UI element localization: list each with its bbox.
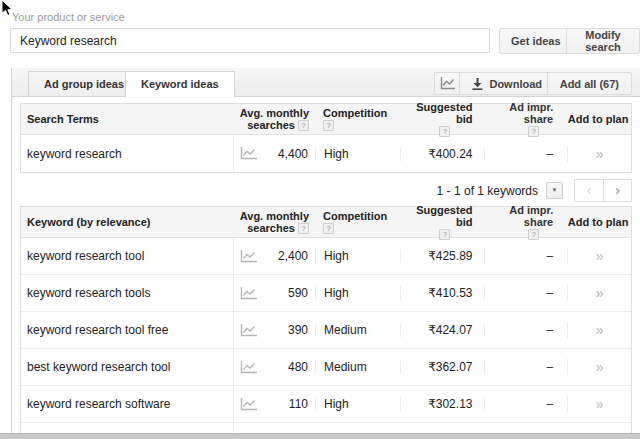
col-add-to-plan: Add to plan bbox=[567, 113, 631, 125]
competition-cell: High bbox=[315, 286, 400, 300]
search-trend-chart-icon[interactable] bbox=[240, 398, 257, 411]
next-page-button[interactable]: › bbox=[603, 179, 632, 202]
avg-searches-cell: 390 bbox=[233, 312, 315, 348]
table-row: keyword research tool 2,400 High ₹425.89… bbox=[21, 238, 631, 275]
col-add-to-plan: Add to plan bbox=[567, 216, 631, 228]
tab-ad-group-ideas[interactable]: Ad group ideas bbox=[28, 71, 140, 97]
avg-searches-value: 390 bbox=[288, 323, 308, 337]
pagination-label: 1 - 1 of 1 keywords bbox=[437, 184, 538, 198]
col-avg-line1: Avg. monthly bbox=[240, 210, 309, 222]
avg-searches-cell: 590 bbox=[233, 275, 315, 311]
help-icon[interactable]: ? bbox=[323, 223, 334, 234]
search-trend-chart-icon[interactable] bbox=[240, 250, 257, 263]
horizontal-scrollbar[interactable] bbox=[0, 433, 640, 439]
add-to-plan-button[interactable]: » bbox=[596, 322, 604, 338]
download-button[interactable]: Download bbox=[459, 72, 555, 95]
avg-searches-cell: 110 bbox=[233, 386, 315, 422]
ad-impr-share-cell: – bbox=[484, 249, 567, 263]
add-to-plan-cell: » bbox=[567, 322, 631, 338]
keyword-ideas-body: keyword research tool 2,400 High ₹425.89… bbox=[21, 238, 631, 439]
add-to-plan-button[interactable]: » bbox=[596, 146, 604, 162]
ad-impr-share-cell: – bbox=[484, 286, 567, 300]
tab-bar: Ad group ideas Keyword ideas Download Ad… bbox=[12, 68, 640, 97]
competition-cell: High bbox=[315, 147, 400, 161]
add-to-plan-cell: » bbox=[567, 248, 631, 264]
table-row: best keyword research tool 480 Medium ₹3… bbox=[21, 349, 631, 386]
search-terms-table: Search Terms Avg. monthly searches ? Com… bbox=[20, 103, 632, 173]
suggested-bid-cell: ₹302.13 bbox=[400, 397, 485, 411]
search-terms-body: keyword research 4,400 High ₹400.24 – » bbox=[21, 135, 631, 172]
ad-impr-share-cell: – bbox=[484, 147, 567, 161]
tab-keyword-ideas[interactable]: Keyword ideas bbox=[125, 71, 235, 98]
help-icon[interactable]: ? bbox=[528, 126, 539, 137]
add-to-plan-button[interactable]: » bbox=[596, 285, 604, 301]
competition-cell: Medium bbox=[315, 360, 400, 374]
help-icon[interactable]: ? bbox=[323, 120, 334, 131]
modify-search-button[interactable]: Modify search bbox=[566, 28, 640, 54]
help-icon[interactable]: ? bbox=[439, 229, 450, 240]
chart-toggle-button[interactable] bbox=[434, 72, 461, 95]
download-label: Download bbox=[489, 78, 542, 90]
table-row: keyword research software 110 High ₹302.… bbox=[21, 386, 631, 423]
product-service-label: Your product or service bbox=[12, 11, 125, 23]
pagination-nav: ‹ › bbox=[574, 179, 632, 202]
table-row: keyword research tool free 390 Medium ₹4… bbox=[21, 312, 631, 349]
keyword-cell: keyword research bbox=[21, 147, 233, 161]
avg-searches-value: 110 bbox=[289, 397, 308, 411]
keyword-ideas-table: Keyword (by relevance) Avg. monthly sear… bbox=[20, 206, 632, 439]
help-icon[interactable]: ? bbox=[298, 120, 309, 131]
competition-cell: High bbox=[315, 397, 400, 411]
col-avg-line1: Avg. monthly bbox=[240, 107, 309, 119]
avg-searches-cell: 4,400 bbox=[233, 135, 315, 172]
search-terms-header: Search Terms Avg. monthly searches ? Com… bbox=[21, 104, 631, 135]
table-row: keyword research tools 590 High ₹410.53 … bbox=[21, 275, 631, 312]
col-competition: Competition ? bbox=[315, 210, 400, 234]
add-all-label: Add all (67) bbox=[560, 78, 619, 90]
get-ideas-button[interactable]: Get ideas bbox=[499, 28, 573, 54]
col-suggested-bid: Suggested bid ? bbox=[400, 101, 485, 137]
competition-cell: Medium bbox=[315, 323, 400, 337]
table-row: keyword research 4,400 High ₹400.24 – » bbox=[21, 135, 631, 172]
download-icon bbox=[472, 78, 483, 90]
add-to-plan-cell: » bbox=[567, 396, 631, 412]
line-chart-icon bbox=[440, 77, 455, 90]
col-avg-line2: searches ? bbox=[247, 119, 309, 131]
col-ad-impr-share: Ad impr. share ? bbox=[484, 101, 567, 137]
search-trend-chart-icon[interactable] bbox=[240, 361, 257, 374]
ad-impr-share-cell: – bbox=[484, 397, 567, 411]
search-trend-chart-icon[interactable] bbox=[240, 147, 257, 160]
col-ad-impr-share: Ad impr. share ? bbox=[484, 204, 567, 240]
add-all-button[interactable]: Add all (67) bbox=[547, 72, 632, 95]
ad-impr-share-cell: – bbox=[484, 323, 567, 337]
help-icon[interactable]: ? bbox=[439, 126, 450, 137]
left-panel-divider bbox=[11, 68, 12, 433]
avg-searches-cell: 480 bbox=[233, 349, 315, 385]
col-keyword-by-relevance: Keyword (by relevance) bbox=[21, 216, 233, 228]
search-trend-chart-icon[interactable] bbox=[240, 287, 257, 300]
keyword-ideas-header: Keyword (by relevance) Avg. monthly sear… bbox=[21, 207, 631, 238]
competition-cell: High bbox=[315, 249, 400, 263]
keyword-cell: best keyword research tool bbox=[21, 360, 233, 374]
keyword-cell: keyword research tool free bbox=[21, 323, 233, 337]
help-icon[interactable]: ? bbox=[298, 223, 309, 234]
help-icon[interactable]: ? bbox=[528, 229, 539, 240]
keyword-cell: keyword research software bbox=[21, 397, 233, 411]
col-search-terms: Search Terms bbox=[21, 113, 233, 125]
add-to-plan-button[interactable]: » bbox=[596, 248, 604, 264]
avg-searches-value: 480 bbox=[288, 360, 308, 374]
avg-searches-value: 4,400 bbox=[278, 147, 308, 161]
add-to-plan-cell: » bbox=[567, 146, 631, 162]
add-to-plan-button[interactable]: » bbox=[596, 359, 604, 375]
add-to-plan-cell: » bbox=[567, 285, 631, 301]
prev-page-button[interactable]: ‹ bbox=[574, 179, 603, 202]
add-to-plan-button[interactable]: » bbox=[596, 396, 604, 412]
search-trend-chart-icon[interactable] bbox=[240, 324, 257, 337]
suggested-bid-cell: ₹425.89 bbox=[400, 249, 485, 263]
page-size-dropdown[interactable]: ▼ bbox=[546, 182, 563, 199]
add-to-plan-cell: » bbox=[567, 359, 631, 375]
search-input[interactable] bbox=[10, 28, 490, 53]
col-avg-line2: searches ? bbox=[247, 222, 309, 234]
avg-searches-value: 2,400 bbox=[278, 249, 308, 263]
suggested-bid-cell: ₹400.24 bbox=[400, 147, 485, 161]
avg-searches-value: 590 bbox=[288, 286, 308, 300]
